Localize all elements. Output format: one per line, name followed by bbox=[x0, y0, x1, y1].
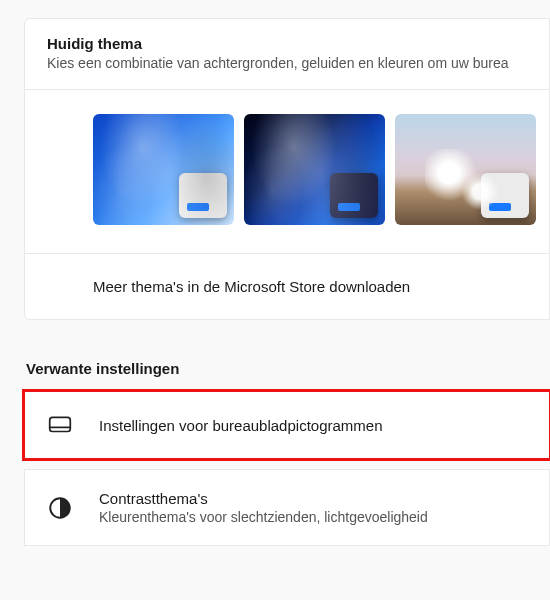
theme-windows-dark[interactable] bbox=[244, 114, 385, 225]
related-row-monitor[interactable]: Instellingen voor bureaubladpictogrammen bbox=[24, 391, 550, 459]
contrast-icon bbox=[47, 495, 73, 521]
svg-rect-0 bbox=[50, 417, 71, 431]
monitor-icon bbox=[47, 412, 73, 438]
current-theme-subtitle: Kies een combinatie van achtergronden, g… bbox=[47, 55, 527, 71]
current-theme-title: Huidig thema bbox=[47, 35, 527, 52]
related-row-subtitle: Kleurenthema's voor slechtzienden, licht… bbox=[99, 509, 428, 525]
get-more-themes-row[interactable]: Meer thema's in de Microsoft Store downl… bbox=[24, 253, 550, 320]
related-row-title: Contrastthema's bbox=[99, 490, 428, 507]
taskbar-preview bbox=[481, 173, 529, 218]
get-more-themes-label: Meer thema's in de Microsoft Store downl… bbox=[93, 278, 410, 295]
related-row-contrast[interactable]: Contrastthema'sKleurenthema's voor slech… bbox=[24, 469, 550, 546]
current-theme-header[interactable]: Huidig thema Kies een combinatie van ach… bbox=[24, 18, 550, 90]
theme-thumbnails bbox=[24, 90, 550, 253]
theme-windows-light[interactable] bbox=[93, 114, 234, 225]
taskbar-preview bbox=[330, 173, 378, 218]
related-settings-heading: Verwante instellingen bbox=[26, 360, 550, 377]
theme-sunrise-photo[interactable] bbox=[395, 114, 536, 225]
taskbar-preview bbox=[179, 173, 227, 218]
related-row-title: Instellingen voor bureaubladpictogrammen bbox=[99, 417, 383, 434]
